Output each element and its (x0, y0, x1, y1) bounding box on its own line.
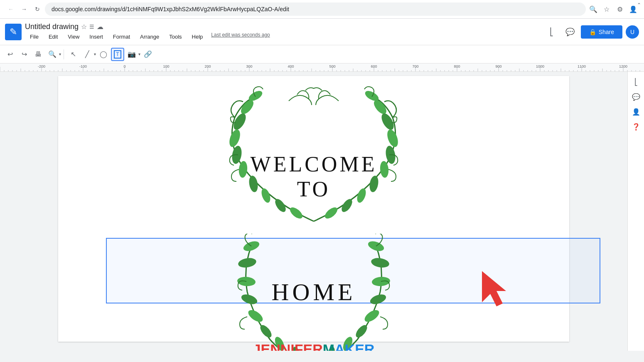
svg-point-6 (248, 175, 259, 193)
svg-text:HOME: HOME (272, 279, 356, 306)
drawing-canvas[interactable]: WELCOME TO (58, 76, 569, 342)
print-button[interactable]: 🖶 (32, 48, 45, 61)
menu-view[interactable]: View (63, 32, 84, 42)
svg-point-5 (238, 161, 248, 178)
toolbar-collapse-button[interactable]: ⌃ (634, 0, 644, 10)
comment-icon-btn[interactable]: 💬 (563, 24, 578, 39)
svg-point-9 (288, 205, 304, 221)
svg-point-19 (323, 205, 339, 221)
search-icon-btn[interactable]: 🔍 (587, 3, 599, 15)
ruler (0, 64, 644, 72)
line-tool-group[interactable]: ╱ ▾ (81, 48, 96, 61)
menu-tools[interactable]: Tools (164, 32, 187, 42)
svg-point-13 (385, 128, 400, 149)
image-tool-group[interactable]: 📷 ▾ (125, 48, 140, 61)
right-sidebar: ⎣ 💬 👤 ❓ (627, 72, 644, 351)
activity-sidebar-btn[interactable]: ⎣ (629, 75, 643, 88)
toolbar: ↩ ↪ 🖶 🔍 ▾ ↖ ╱ ▾ ◯ T 📷 ▾ 🔗 ⌃ (0, 45, 644, 64)
shape-tool[interactable]: ◯ (97, 48, 110, 61)
svg-point-25 (240, 293, 258, 306)
image-tool[interactable]: 📷 (125, 48, 138, 61)
back-button[interactable]: ← (5, 3, 17, 15)
svg-point-26 (246, 308, 265, 324)
link-tool[interactable]: 🔗 (141, 48, 155, 61)
avatar[interactable]: U (626, 25, 639, 39)
cloud-icon[interactable]: ☁ (97, 23, 103, 31)
cursor-arrow (482, 271, 515, 308)
svg-text:TO: TO (297, 177, 330, 201)
menu-edit[interactable]: Edit (44, 32, 63, 42)
activity-icon-btn[interactable]: ⎣ (544, 24, 559, 39)
zoom-dropdown-arrow[interactable]: ▾ (59, 52, 61, 56)
browser-nav-bar: ← → ↻ 🔍 ☆ ⚙ 👤 (0, 0, 644, 19)
main-area: WELCOME TO (0, 72, 644, 351)
share-label: Share (599, 29, 614, 35)
doc-title[interactable]: Untitled drawing (25, 22, 79, 31)
doc-title-area: Untitled drawing ☆ ☰ ☁ File Edit View In… (25, 22, 544, 42)
svg-point-15 (379, 161, 389, 178)
image-dropdown-arrow[interactable]: ▾ (138, 52, 140, 56)
address-bar[interactable] (45, 2, 586, 16)
menu-file[interactable]: File (25, 32, 44, 42)
svg-point-34 (363, 308, 381, 324)
forward-button[interactable]: → (18, 3, 30, 15)
app-header: ✎ Untitled drawing ☆ ☰ ☁ File Edit View … (0, 19, 644, 45)
app-logo: ✎ (5, 24, 22, 40)
comments-sidebar-btn[interactable]: 💬 (629, 90, 643, 103)
redo-button[interactable]: ↪ (17, 48, 31, 61)
svg-point-23 (237, 257, 257, 269)
menu-bar: File Edit View Insert Format Arrange Too… (25, 32, 544, 42)
move-icon[interactable]: ☰ (89, 24, 94, 30)
share-button[interactable]: 🔒 Share (581, 25, 622, 39)
line-tool[interactable]: ╱ (81, 48, 94, 61)
header-actions: ⎣ 💬 🔒 Share U (544, 24, 639, 39)
svg-point-3 (227, 128, 242, 149)
refresh-button[interactable]: ↻ (32, 3, 43, 15)
star-icon[interactable]: ☆ (81, 23, 87, 31)
menu-help[interactable]: Help (187, 32, 208, 42)
svg-text:JENNIFERMAKER: JENNIFERMAKER (253, 341, 375, 351)
share-lock-icon: 🔒 (589, 29, 596, 35)
canvas-area[interactable]: WELCOME TO (0, 72, 627, 351)
docs-icon: ✎ (10, 27, 17, 37)
svg-marker-40 (482, 271, 506, 306)
zoom-control[interactable]: 🔍 ▾ (46, 48, 61, 61)
menu-arrange[interactable]: Arrange (135, 32, 164, 42)
textbox-tool[interactable]: T (111, 48, 124, 61)
help-sidebar-btn[interactable]: ❓ (629, 120, 643, 133)
svg-point-31 (370, 257, 390, 269)
toolbar-separator-1 (64, 49, 64, 59)
line-dropdown-arrow[interactable]: ▾ (94, 52, 96, 56)
svg-point-16 (369, 175, 380, 193)
undo-button[interactable]: ↩ (3, 48, 17, 61)
top-wreath-svg: WELCOME TO (193, 84, 434, 242)
canvas-inner: WELCOME TO (0, 72, 627, 351)
ruler-canvas (0, 64, 644, 72)
menu-insert[interactable]: Insert (84, 32, 108, 42)
zoom-button[interactable]: 🔍 (46, 48, 59, 61)
svg-text:WELCOME: WELCOME (251, 152, 377, 176)
bottom-wreath-svg: HOME JENNIFERMAKER (193, 234, 434, 351)
menu-format[interactable]: Format (108, 32, 135, 42)
last-edit-label: Last edit was seconds ago (211, 32, 270, 42)
select-tool[interactable]: ↖ (66, 48, 80, 61)
bookmark-icon-btn[interactable]: ☆ (601, 3, 612, 15)
extensions-icon-btn[interactable]: ⚙ (614, 3, 626, 15)
profile-sidebar-btn[interactable]: 👤 (629, 105, 643, 118)
svg-point-33 (369, 293, 387, 306)
doc-title-row: Untitled drawing ☆ ☰ ☁ (25, 22, 544, 31)
